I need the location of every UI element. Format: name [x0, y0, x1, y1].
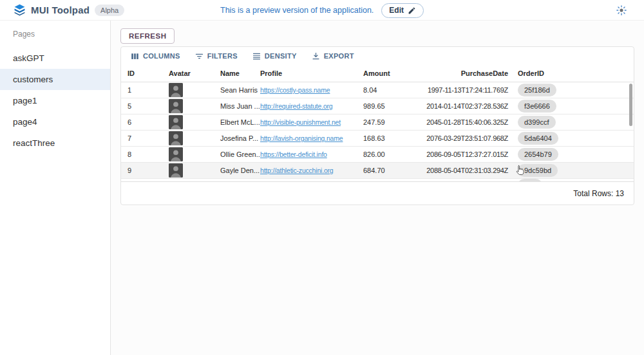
cell-name: Sean Harris	[220, 86, 260, 94]
cell-avatar	[169, 99, 220, 113]
view-column-icon	[130, 51, 140, 61]
cell-profile: http://lavish-organising.name	[260, 134, 363, 142]
cell-name: Ollie Green...	[220, 150, 260, 158]
cell-avatar	[169, 147, 220, 161]
density-button[interactable]: DENSITY	[247, 49, 302, 63]
cell-profile: https://costly-pass.name	[260, 86, 363, 94]
profile-link[interactable]: http://athletic-zucchini.org	[260, 167, 333, 174]
orderid-chip[interactable]: f3e6666	[518, 100, 556, 113]
avatar	[169, 147, 183, 161]
edit-button-label: Edit	[389, 6, 404, 15]
density-button-label: DENSITY	[265, 52, 297, 60]
cell-orderid: 25f186d	[518, 84, 634, 96]
profile-link[interactable]: https://costly-pass.name	[260, 86, 330, 94]
cell-name: Miss Juan ...	[220, 102, 260, 110]
column-header-amount[interactable]: Amount	[363, 69, 413, 77]
cell-avatar	[169, 131, 220, 145]
profile-link[interactable]: http://lavish-organising.name	[260, 134, 343, 142]
theme-toggle-button[interactable]	[614, 3, 629, 17]
orderid-chip[interactable]: d399ccf	[518, 116, 556, 129]
columns-button[interactable]: COLUMNS	[125, 49, 185, 63]
orderid-chip[interactable]: 25f186d	[518, 84, 556, 96]
refresh-button[interactable]: REFRESH	[120, 28, 175, 44]
cell-amount: 684.70	[363, 167, 413, 174]
cell-id: 7	[128, 134, 169, 142]
orderid-chip[interactable]: 2654b79	[518, 148, 558, 161]
filters-button[interactable]: FILTERS	[189, 49, 243, 63]
cell-name: Josefina P...	[220, 134, 260, 142]
sun-icon	[616, 5, 627, 16]
data-grid: COLUMNS FILTERS	[120, 46, 634, 205]
table-row[interactable]: 7 Josefina P...	[121, 131, 634, 147]
profile-link[interactable]: https://better-deficit.info	[260, 150, 327, 158]
grid-rows-viewport: 1 Sean Harris	[121, 82, 634, 181]
cell-purchasedate: 1997-11-13T17:24:11.769Z	[428, 86, 518, 94]
cell-name: Elbert McL...	[220, 118, 260, 126]
edit-button[interactable]: Edit	[381, 3, 424, 18]
column-header-profile[interactable]: Profile	[260, 69, 363, 77]
version-badge: Alpha	[95, 5, 124, 16]
vertical-scrollbar-thumb[interactable]	[629, 84, 632, 126]
orderid-chip[interactable]: 5da6404	[518, 132, 558, 145]
column-header-avatar[interactable]: Avatar	[169, 69, 220, 77]
cell-orderid: 2654b79	[518, 148, 634, 161]
sidebar-item-label: askGPT	[13, 53, 44, 63]
avatar	[169, 99, 183, 113]
toolpad-logo-icon	[14, 4, 26, 16]
partial-next-row	[121, 179, 634, 181]
export-button[interactable]: EXPORT	[306, 49, 359, 63]
cell-id: 5	[128, 102, 169, 110]
total-rows-label: Total Rows: 13	[573, 189, 624, 198]
export-button-label: EXPORT	[324, 52, 354, 60]
cell-avatar	[169, 83, 220, 97]
table-row[interactable]: 6 Elbert McL...	[121, 114, 634, 131]
pencil-icon	[408, 6, 416, 15]
sidebar-item[interactable]: page1	[0, 90, 110, 111]
sidebar-item[interactable]: page4	[0, 111, 110, 132]
sidebar-item[interactable]: askGPT	[0, 48, 110, 69]
cell-amount: 8.04	[363, 86, 413, 94]
sidebar-item-label: customers	[13, 75, 53, 84]
grid-footer: Total Rows: 13	[121, 181, 634, 205]
avatar	[169, 83, 183, 97]
preview-banner-text: This is a preview version of the applica…	[220, 6, 374, 15]
grid-toolbar: COLUMNS FILTERS	[121, 47, 634, 65]
cell-orderid: 9dc59bd	[518, 164, 634, 177]
columns-button-label: COLUMNS	[143, 52, 180, 60]
table-row[interactable]: 5 Miss Juan ...	[121, 98, 634, 114]
profile-link[interactable]: http://required-statute.org	[260, 102, 333, 110]
cell-avatar	[169, 115, 220, 129]
topbar: MUI Toolpad Alpha This is a preview vers…	[0, 0, 644, 21]
cell-purchasedate: 2086-09-05T12:37:27.015Z	[426, 150, 518, 158]
orderid-chip-partial	[518, 179, 542, 181]
column-header-purchasedate[interactable]: PurchaseDate	[461, 69, 518, 77]
cell-amount: 826.00	[363, 150, 413, 158]
column-header-name[interactable]: Name	[220, 69, 260, 77]
cell-name: Gayle Den...	[220, 167, 260, 174]
cell-avatar	[169, 163, 220, 178]
sidebar-item-label: page1	[13, 96, 37, 105]
cell-profile: http://visible-punishment.net	[260, 118, 363, 126]
column-header-id[interactable]: ID	[128, 69, 169, 77]
table-row[interactable]: 9 Gayle Den...	[121, 163, 634, 179]
orderid-chip[interactable]: 9dc59bd	[518, 164, 558, 177]
cell-purchasedate: 2014-01-14T02:37:28.536Z	[426, 102, 518, 110]
sidebar-section-label: Pages	[13, 26, 110, 39]
grid-rows: 1 Sean Harris	[121, 82, 634, 179]
cell-amount: 168.63	[363, 134, 413, 142]
cell-orderid: d399ccf	[518, 116, 634, 129]
column-header-orderid[interactable]: OrderID	[518, 69, 634, 77]
sidebar: Pages askGPT customers page1 page4 react…	[0, 21, 111, 355]
cell-profile: https://better-deficit.info	[260, 150, 363, 158]
sidebar-items: askGPT customers page1 page4 reactThree	[0, 48, 110, 154]
table-row[interactable]: 1 Sean Harris	[121, 82, 634, 98]
profile-link[interactable]: http://visible-punishment.net	[260, 118, 341, 126]
sidebar-item[interactable]: customers	[0, 69, 110, 90]
app-title: MUI Toolpad	[31, 5, 90, 15]
cell-purchasedate: 2076-03-29T23:51:07.968Z	[426, 134, 518, 142]
cell-id: 6	[128, 118, 169, 126]
sidebar-item[interactable]: reactThree	[0, 132, 110, 154]
avatar	[169, 163, 183, 178]
table-row[interactable]: 8 Ollie Green...	[121, 147, 634, 163]
cell-purchasedate: 2045-01-28T15:40:06.325Z	[426, 118, 518, 126]
